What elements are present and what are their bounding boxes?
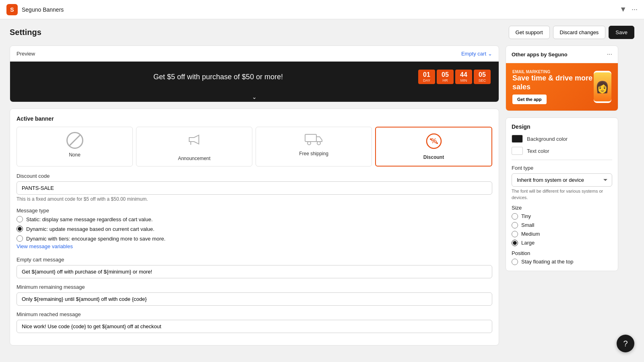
empty-cart-label: Empty cart bbox=[461, 51, 486, 57]
help-icon: ? bbox=[623, 339, 627, 348]
message-type-dynamic-tiers-radio[interactable] bbox=[17, 235, 23, 242]
ad-image: EMAIL MARKETING Save time & drive more s… bbox=[506, 63, 618, 111]
size-large[interactable]: Large bbox=[512, 240, 612, 246]
banner-type-announcement[interactable]: Announcement bbox=[136, 127, 252, 167]
help-button[interactable]: ? bbox=[617, 335, 634, 352]
size-options: Tiny Small Medium Large bbox=[512, 213, 612, 246]
minimum-remaining-message-group: Minimum remaining message bbox=[17, 284, 492, 306]
font-type-hint: The font will be different for various s… bbox=[512, 188, 612, 201]
font-type-select[interactable]: Inherit from system or device Sans-serif… bbox=[512, 173, 612, 187]
other-apps-title: Other apps by Seguno bbox=[512, 51, 568, 58]
banner-type-free-shipping[interactable]: Free shipping bbox=[256, 127, 372, 167]
preview-card: Preview Empty cart ⌄ Get $5 off with pur… bbox=[10, 45, 499, 102]
announcement-icon bbox=[186, 132, 203, 152]
preview-banner: Get $5 off with purchase of $50 or more!… bbox=[10, 62, 499, 92]
left-panel: Preview Empty cart ⌄ Get $5 off with pur… bbox=[10, 45, 499, 346]
design-title: Design bbox=[512, 123, 612, 130]
preview-label: Preview bbox=[17, 51, 35, 57]
message-type-label: Message type bbox=[17, 208, 492, 214]
size-medium-radio[interactable] bbox=[512, 231, 518, 237]
empty-cart-message-label: Empty cart message bbox=[17, 257, 492, 263]
free-shipping-icon bbox=[304, 132, 324, 148]
size-medium[interactable]: Medium bbox=[512, 231, 612, 237]
position-floating-top[interactable]: Stay floating at the top bbox=[512, 259, 612, 265]
more-options-icon[interactable]: ··· bbox=[632, 5, 638, 14]
svg-point-2 bbox=[317, 142, 320, 145]
page-title: Settings bbox=[10, 28, 41, 37]
background-color-swatch[interactable] bbox=[512, 135, 523, 143]
message-type-dynamic[interactable]: Dynamic: update message based on current… bbox=[17, 226, 492, 232]
discard-changes-button[interactable]: Discard changes bbox=[553, 26, 606, 39]
banner-type-none[interactable]: None bbox=[17, 127, 133, 167]
size-large-label: Large bbox=[521, 240, 535, 246]
countdown-hr: 05 HR bbox=[437, 70, 454, 84]
size-tiny-label: Tiny bbox=[521, 213, 531, 219]
discount-code-input[interactable] bbox=[17, 181, 492, 195]
message-type-static-radio[interactable] bbox=[17, 216, 23, 222]
position-label: Position bbox=[512, 250, 612, 256]
font-type-label: Font type bbox=[512, 165, 612, 171]
svg-point-1 bbox=[308, 142, 311, 145]
save-button[interactable]: Save bbox=[609, 26, 634, 39]
message-type-static-label: Static: display same message regardless … bbox=[26, 216, 153, 222]
size-medium-label: Medium bbox=[521, 231, 540, 237]
font-type-group: Font type Inherit from system or device … bbox=[512, 165, 612, 201]
discount-code-hint: This is a fixed amount code for $5 off w… bbox=[17, 196, 492, 202]
countdown-sec: 05 SEC bbox=[474, 70, 491, 84]
get-support-button[interactable]: Get support bbox=[509, 26, 550, 39]
empty-cart-message-group: Empty cart message bbox=[17, 257, 492, 278]
profile-icon[interactable]: ▼ bbox=[619, 5, 627, 14]
message-type-options: Static: display same message regardless … bbox=[17, 216, 492, 242]
app-name: Seguno Banners bbox=[22, 6, 64, 13]
minimum-reached-message-group: Minimum reached message bbox=[17, 311, 492, 333]
size-small-radio[interactable] bbox=[512, 222, 518, 228]
empty-cart-message-input[interactable] bbox=[17, 265, 492, 278]
countdown-hr-value: 05 bbox=[440, 71, 450, 78]
text-color-row: Text color bbox=[512, 147, 612, 155]
message-type-static[interactable]: Static: display same message regardless … bbox=[17, 216, 492, 222]
size-small[interactable]: Small bbox=[512, 222, 612, 228]
page-actions: Get support Discard changes Save bbox=[509, 26, 634, 39]
view-message-variables-link[interactable]: View message variables bbox=[17, 243, 73, 249]
divider bbox=[512, 160, 612, 160]
countdown: 01 DAY 05 HR 44 MIN 05 SEC bbox=[418, 70, 491, 84]
size-group: Size Tiny Small Medium bbox=[512, 205, 612, 246]
svg-rect-0 bbox=[305, 134, 316, 142]
size-small-label: Small bbox=[521, 222, 535, 228]
message-type-dynamic-tiers[interactable]: Dynamic with tiers: encourage spending m… bbox=[17, 235, 492, 242]
preview-expand-icon[interactable]: ⌄ bbox=[10, 92, 499, 102]
size-tiny-radio[interactable] bbox=[512, 213, 518, 220]
banner-type-announcement-label: Announcement bbox=[178, 156, 211, 161]
ad-cta-button[interactable]: Get the app bbox=[512, 95, 547, 104]
message-type-dynamic-label: Dynamic: update message based on current… bbox=[26, 226, 155, 232]
ad-tagline: EMAIL MARKETING bbox=[512, 70, 594, 74]
active-banner-card: Active banner None bbox=[10, 109, 499, 346]
banner-type-free-shipping-label: Free shipping bbox=[299, 151, 328, 156]
message-type-dynamic-radio[interactable] bbox=[17, 226, 23, 232]
minimum-remaining-message-input[interactable] bbox=[17, 292, 492, 306]
main-content: Preview Empty cart ⌄ Get $5 off with pur… bbox=[0, 45, 628, 355]
other-apps-header: Other apps by Seguno ··· bbox=[506, 46, 618, 63]
other-apps-more-icon[interactable]: ··· bbox=[607, 51, 612, 58]
discount-code-group: Discount code This is a fixed amount cod… bbox=[17, 173, 492, 202]
topbar: S Seguno Banners ▼ ··· bbox=[0, 0, 644, 19]
banner-type-discount[interactable]: % Discount bbox=[375, 127, 492, 167]
ad-phone: 👩 bbox=[594, 71, 611, 103]
countdown-day: 01 DAY bbox=[418, 70, 435, 84]
text-color-swatch[interactable] bbox=[512, 147, 523, 155]
design-card: Design Background color Text color Font … bbox=[506, 117, 618, 271]
minimum-reached-message-label: Minimum reached message bbox=[17, 311, 492, 317]
message-type-group: Message type Static: display same messag… bbox=[17, 208, 492, 251]
right-panel: Other apps by Seguno ··· EMAIL MARKETING… bbox=[506, 45, 618, 346]
chevron-down-icon: ⌄ bbox=[488, 51, 492, 57]
active-banner-title: Active banner bbox=[17, 115, 492, 122]
size-large-radio[interactable] bbox=[512, 240, 518, 246]
size-tiny[interactable]: Tiny bbox=[512, 213, 612, 220]
text-color-label: Text color bbox=[527, 148, 549, 154]
minimum-remaining-message-label: Minimum remaining message bbox=[17, 284, 492, 290]
countdown-min: 44 MIN bbox=[455, 70, 472, 84]
position-floating-top-radio[interactable] bbox=[512, 259, 518, 265]
countdown-min-value: 44 bbox=[458, 71, 469, 78]
minimum-reached-message-input[interactable] bbox=[17, 320, 492, 333]
empty-cart-button[interactable]: Empty cart ⌄ bbox=[461, 51, 492, 57]
